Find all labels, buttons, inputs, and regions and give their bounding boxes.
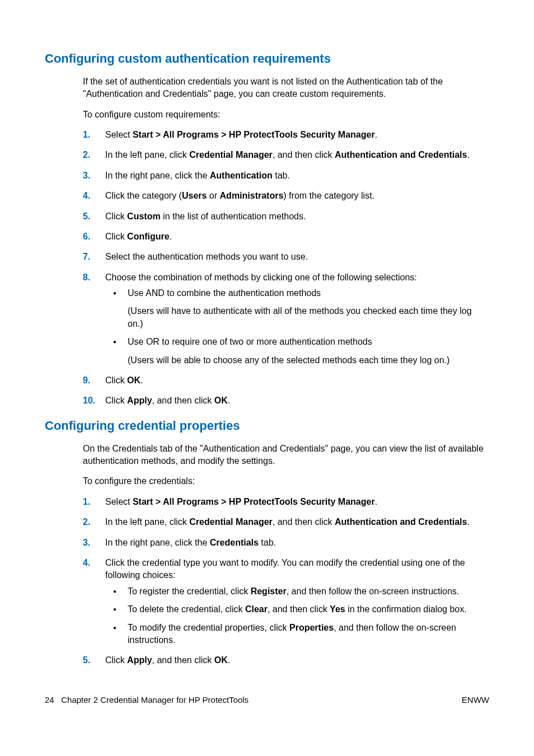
bullet-item: Use OR to require one of two or more aut…: [105, 336, 489, 367]
step-text: Click OK.: [105, 375, 143, 385]
step-text: In the right pane, click the Authenticat…: [105, 171, 290, 180]
bullet-text: Use OR to require one of two or more aut…: [128, 336, 489, 348]
footer-left: 24 Chapter 2 Credential Manager for HP P…: [45, 694, 249, 706]
bullet-item: To register the credential, click Regist…: [105, 585, 489, 598]
step-number: 1.: [83, 129, 100, 141]
step-item: 2. In the left pane, click Credential Ma…: [83, 516, 489, 528]
step-text: In the right pane, click the Credentials…: [105, 538, 276, 547]
bullet-list: To register the credential, click Regist…: [105, 585, 489, 647]
section-heading: Configuring credential properties: [45, 417, 489, 435]
step-number: 1.: [83, 496, 100, 508]
step-number: 2.: [83, 149, 100, 161]
step-item: 4. Click the credential type you want to…: [83, 557, 489, 646]
step-number: 2.: [83, 516, 100, 528]
step-number: 4.: [83, 190, 100, 202]
ordered-steps: 1. Select Start > All Programs > HP Prot…: [83, 496, 489, 667]
intro-text: If the set of authentication credentials…: [83, 76, 489, 101]
bullet-text: Use AND to combine the authentication me…: [128, 287, 489, 299]
step-text: Choose the combination of methods by cli…: [105, 273, 417, 282]
page-footer: 24 Chapter 2 Credential Manager for HP P…: [45, 694, 489, 706]
step-text: Click Custom in the list of authenticati…: [105, 212, 306, 221]
step-text: In the left pane, click Credential Manag…: [105, 150, 470, 159]
step-text: Click Apply, and then click OK.: [105, 655, 230, 665]
step-number: 5.: [83, 654, 100, 666]
step-item: 5. Click Custom in the list of authentic…: [83, 210, 489, 223]
step-text: Click Apply, and then click OK.: [105, 396, 230, 405]
step-text: Select Start > All Programs > HP Protect…: [105, 497, 377, 506]
step-number: 8.: [83, 271, 100, 284]
step-text: Click Configure.: [105, 232, 172, 241]
section-body: If the set of authentication credentials…: [83, 76, 489, 407]
step-item: 5. Click Apply, and then click OK.: [83, 654, 489, 666]
step-item: 2. In the left pane, click Credential Ma…: [83, 149, 489, 161]
bullet-item: To modify the credential properties, cli…: [105, 622, 489, 647]
ordered-steps: 1. Select Start > All Programs > HP Prot…: [83, 129, 489, 407]
step-item: 1. Select Start > All Programs > HP Prot…: [83, 129, 489, 141]
intro-text: To configure custom requirements:: [83, 109, 489, 121]
step-text: Select Start > All Programs > HP Protect…: [105, 130, 377, 139]
step-text: In the left pane, click Credential Manag…: [105, 517, 470, 527]
step-number: 9.: [83, 374, 100, 387]
bullet-item: Use AND to combine the authentication me…: [105, 287, 489, 330]
step-item: 10. Click Apply, and then click OK.: [83, 395, 489, 407]
step-item: 9. Click OK.: [83, 374, 489, 387]
footer-right: ENWW: [462, 694, 489, 706]
chapter-label: Chapter 2 Credential Manager for HP Prot…: [61, 695, 249, 705]
step-item: 7. Select the authentication methods you…: [83, 251, 489, 263]
step-item: 3. In the right pane, click the Credenti…: [83, 537, 489, 549]
step-number: 7.: [83, 251, 100, 263]
step-number: 5.: [83, 210, 100, 223]
bullet-list: Use AND to combine the authentication me…: [105, 287, 489, 367]
intro-text: To configure the credentials:: [83, 475, 489, 487]
step-text: Click the category (Users or Administrat…: [105, 191, 374, 200]
step-text: Select the authentication methods you wa…: [105, 252, 308, 261]
intro-text: On the Credentials tab of the "Authentic…: [83, 443, 489, 468]
page-number: 24: [45, 695, 54, 705]
section-body: On the Credentials tab of the "Authentic…: [83, 443, 489, 667]
step-number: 10.: [83, 395, 100, 407]
step-number: 3.: [83, 170, 100, 182]
step-number: 3.: [83, 537, 100, 549]
step-number: 6.: [83, 231, 100, 243]
step-item: 4. Click the category (Users or Administ…: [83, 190, 489, 202]
step-text: Click the credential type you want to mo…: [105, 558, 465, 580]
section-heading: Configuring custom authentication requir…: [45, 50, 489, 68]
step-item: 1. Select Start > All Programs > HP Prot…: [83, 496, 489, 508]
step-item: 6. Click Configure.: [83, 231, 489, 243]
bullet-note: (Users will be able to choose any of the…: [128, 354, 489, 367]
step-number: 4.: [83, 557, 100, 569]
bullet-note: (Users will have to authenticate with al…: [128, 305, 489, 330]
step-item: 8. Choose the combination of methods by …: [83, 271, 489, 367]
step-item: 3. In the right pane, click the Authenti…: [83, 170, 489, 182]
bullet-item: To delete the credential, click Clear, a…: [105, 603, 489, 616]
